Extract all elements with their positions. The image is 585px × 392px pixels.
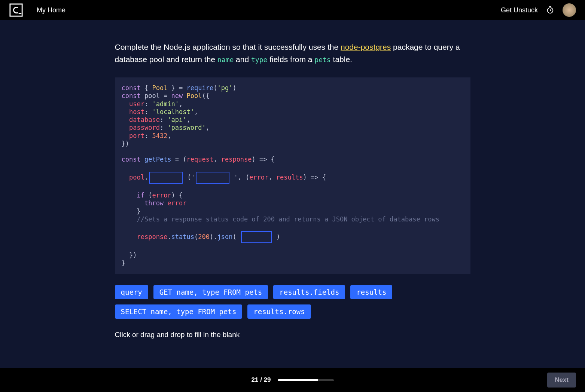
prompt-text: Complete the Node.js application so that… [115,43,341,51]
tok [122,132,129,140]
tok [141,92,144,99]
tok: } [122,259,125,267]
code-inline-name: name [217,56,234,64]
tok: results [276,174,303,181]
top-nav-left: My Home [9,3,65,17]
blank-3[interactable] [241,231,272,243]
tok: }) [122,251,137,259]
get-unstuck-link[interactable]: Get Unstuck [501,6,538,14]
tok: error [167,199,186,207]
tok: { [141,84,152,92]
tok [122,124,129,131]
tok: json [217,233,232,241]
progress-bar [278,379,334,381]
tok: 'password' [167,124,205,131]
timer-icon[interactable] [546,6,554,14]
progress-fill [278,379,318,381]
tok [122,100,129,108]
tok: , [179,100,183,108]
my-home-link[interactable]: My Home [37,6,65,14]
tok: , [167,132,171,140]
tok: request [187,156,214,163]
logo-icon[interactable] [9,3,23,17]
tok: , [187,116,191,123]
option-results[interactable]: results [350,285,392,299]
option-select[interactable]: SELECT name, type FROM pets [115,304,243,319]
tok: ) [272,233,280,241]
prompt-text: and [234,55,251,64]
tok: error [249,174,268,181]
progress: 21 / 29 [252,376,334,384]
tok: : [144,100,152,108]
tok [122,233,137,241]
code-inline-pets: pets [314,56,330,64]
tok: ( [183,174,191,181]
option-get[interactable]: GET name, type FROM pets [153,285,268,299]
tok: 5432 [152,132,167,140]
tok: . [144,174,148,181]
tok: }) [122,140,129,147]
tok [122,192,137,199]
main-content: Complete the Node.js application so that… [115,20,470,339]
tok [122,174,129,181]
tok: status [171,233,194,241]
tok-comment: //Sets a response status code of 200 and… [137,215,439,223]
tok: const [122,156,141,163]
tok [183,92,186,99]
option-query[interactable]: query [115,285,148,299]
tok: ) => { [303,174,326,181]
tok [122,215,137,223]
tok: = ( [171,156,187,163]
tok: , [213,156,221,163]
top-nav-right: Get Unstuck [501,3,576,17]
tok: response [221,156,252,163]
answer-options: query GET name, type FROM pets results.f… [115,285,470,319]
tok: ( [144,192,152,199]
tok: 'localhost' [152,108,194,116]
tok: 200 [198,233,210,241]
tok: new [171,92,183,99]
blank-1[interactable] [149,172,183,184]
tok: . [167,233,171,241]
question-prompt: Complete the Node.js application so that… [115,41,470,65]
tok: error [152,192,171,199]
tok: ) [232,84,236,92]
hint-text: Click or drag and drop to fill in the bl… [115,331,470,339]
tok: : [160,124,167,131]
tok [122,116,129,123]
code-inline-type: type [251,56,267,64]
node-postgres-link[interactable]: node-postgres [341,43,391,51]
option-results-rows[interactable]: results.rows [247,304,311,319]
tok: ( [232,233,236,241]
tok: : [144,132,152,140]
tok: response [137,233,167,241]
tok: pool [129,174,144,181]
tok: require [187,84,214,92]
tok: ( [194,233,198,241]
footer-bar: 21 / 29 Next [0,368,585,392]
avatar[interactable] [563,3,576,17]
tok: const [122,84,141,92]
blank-2[interactable] [196,172,229,184]
tok [122,199,144,207]
tok: Pool [152,84,167,92]
tok [122,108,129,116]
tok: = [160,92,171,99]
tok: ). [210,233,217,241]
next-button[interactable]: Next [547,373,576,388]
prompt-text: table. [331,55,352,64]
tok: : [160,116,167,123]
tok: , ( [238,174,249,181]
tok: password [129,124,160,131]
tok: 'pg' [217,84,232,92]
tok: user [129,100,144,108]
tok: 'api' [167,116,186,123]
option-results-fields[interactable]: results.fields [273,285,345,299]
tok: if [137,192,144,199]
tok: ) { [171,192,183,199]
tok [164,199,167,207]
tok: host [129,108,144,116]
tok: port [129,132,144,140]
svg-rect-0 [10,4,22,16]
tok: } = [167,84,186,92]
